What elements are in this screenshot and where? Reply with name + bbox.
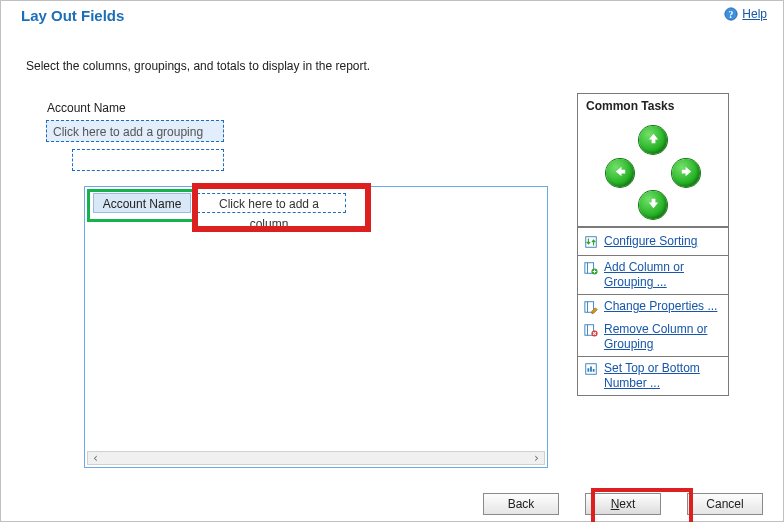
move-left-button[interactable] — [606, 159, 634, 187]
back-button[interactable]: Back — [483, 493, 559, 515]
task-add-column[interactable]: Add Column or Grouping ... — [578, 256, 728, 294]
arrow-down-icon — [646, 196, 661, 214]
move-right-button[interactable] — [672, 159, 700, 187]
column-header-row: Account Name Click here to add a column — [93, 193, 346, 213]
wizard-button-bar: Back Next Cancel — [483, 493, 763, 515]
remove-column-icon — [584, 323, 598, 337]
task-label: Configure Sorting — [604, 234, 697, 249]
wizard-page: Lay Out Fields ? Help Select the columns… — [0, 0, 784, 522]
horizontal-scrollbar[interactable]: ‹ › — [87, 451, 545, 465]
add-column-icon — [584, 261, 598, 275]
task-label: Add Column or Grouping ... — [604, 260, 720, 290]
cancel-button[interactable]: Cancel — [687, 493, 763, 515]
scroll-left-icon[interactable]: ‹ — [92, 451, 99, 465]
top-bottom-icon — [584, 362, 598, 376]
arrow-left-icon — [613, 164, 628, 182]
arrow-up-icon — [646, 131, 661, 149]
task-label: Change Properties ... — [604, 299, 717, 314]
grouping-field-label: Account Name — [47, 101, 126, 115]
scroll-right-icon[interactable]: › — [533, 451, 540, 465]
page-title: Lay Out Fields — [21, 7, 124, 24]
move-down-button[interactable] — [639, 191, 667, 219]
sort-icon — [584, 235, 598, 249]
task-remove-column[interactable]: Remove Column or Grouping — [578, 318, 728, 356]
report-layout-area: Account Name Click here to add a column … — [84, 186, 548, 468]
task-label: Set Top or Bottom Number ... — [604, 361, 720, 391]
add-column-cell[interactable]: Click here to add a column — [192, 193, 346, 213]
help-link[interactable]: ? Help — [724, 7, 767, 21]
task-label: Remove Column or Grouping — [604, 322, 720, 352]
help-label: Help — [742, 7, 767, 21]
instruction-text: Select the columns, groupings, and total… — [26, 59, 370, 73]
help-icon: ? — [724, 7, 738, 21]
task-change-properties[interactable]: Change Properties ... — [578, 295, 728, 318]
arrow-right-icon — [679, 164, 694, 182]
task-configure-sorting[interactable]: Configure Sorting — [578, 228, 728, 255]
next-button[interactable]: Next — [585, 493, 661, 515]
svg-text:?: ? — [729, 9, 734, 20]
arrow-pad — [578, 118, 728, 227]
common-tasks-panel: Common Tasks Configure Sorting — [577, 93, 729, 396]
move-up-button[interactable] — [639, 126, 667, 154]
column-account-name[interactable]: Account Name — [93, 193, 191, 213]
properties-icon — [584, 300, 598, 314]
add-grouping-cell[interactable]: Click here to add a grouping — [46, 120, 224, 142]
common-tasks-heading: Common Tasks — [578, 94, 728, 118]
grouping-child-placeholder[interactable] — [72, 149, 224, 171]
task-set-top-bottom[interactable]: Set Top or Bottom Number ... — [578, 357, 728, 395]
